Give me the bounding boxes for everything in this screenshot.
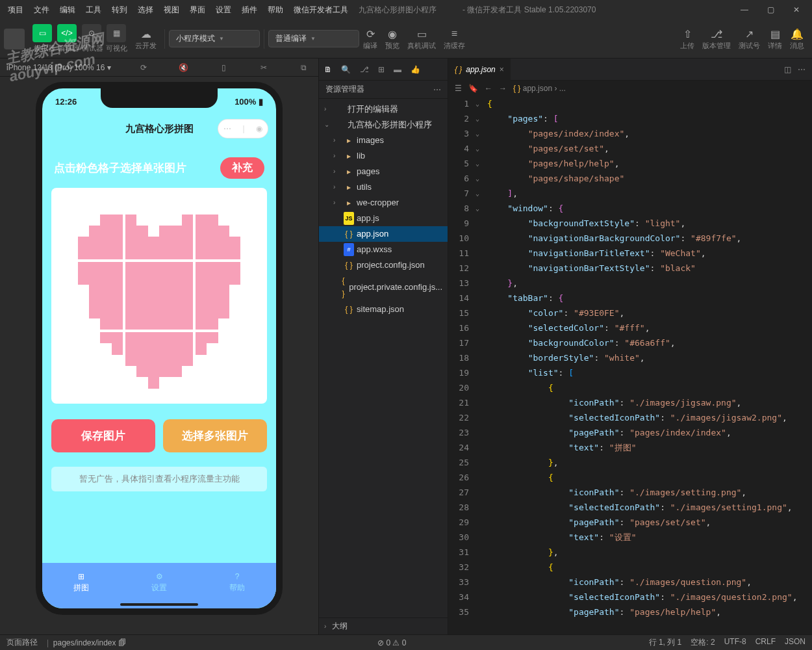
device-selector[interactable]: iPhone 12/13 (Pro) 100% 16 ▾	[6, 63, 111, 72]
menu-item[interactable]: 设置	[210, 0, 236, 20]
menu-item[interactable]: 项目	[3, 0, 29, 20]
menu-item[interactable]: 界面	[184, 0, 210, 20]
grid-cell[interactable]	[196, 262, 263, 330]
capsule-close-icon[interactable]: ◉	[256, 124, 262, 133]
grid-cell[interactable]	[55, 262, 123, 330]
window-close-icon[interactable]: ✕	[783, 0, 809, 20]
save-image-button[interactable]: 保存图片	[51, 419, 155, 452]
status-errors[interactable]: ⊘ 0 ⚠ 0	[135, 638, 649, 647]
grid-cell[interactable]	[55, 192, 123, 259]
tree-item[interactable]: { }project.config.json	[319, 257, 448, 273]
menu-item[interactable]: 微信开发者工具	[288, 0, 353, 20]
select-multi-button[interactable]: 选择多张图片	[163, 419, 267, 452]
menu-item[interactable]: 编辑	[55, 0, 81, 20]
explorer-tab-git-icon[interactable]: ⎇	[360, 65, 369, 74]
bc-forward-icon[interactable]: →	[499, 84, 507, 93]
tree-item[interactable]: #app.wxss	[319, 242, 448, 257]
window-maximize-icon[interactable]: ▢	[757, 0, 783, 20]
breadcrumb-file[interactable]: { } app.json › ...	[513, 84, 566, 93]
status-encoding[interactable]: UTF-8	[724, 637, 746, 648]
fill-button[interactable]: 补充	[220, 157, 264, 179]
preview-button[interactable]: ◉预览	[385, 27, 400, 51]
grid-cell[interactable]	[125, 192, 193, 259]
upload-button[interactable]: ⇧上传	[680, 27, 694, 51]
status-eol[interactable]: CRLF	[755, 637, 776, 648]
tree-item[interactable]: ›▸utils	[319, 179, 448, 195]
sim-popout-icon[interactable]: ⧉	[296, 63, 312, 72]
explorer-more-icon[interactable]: ⋯	[433, 85, 441, 94]
bc-bookmark-icon[interactable]: 🔖	[468, 84, 478, 93]
explorer-tab-files-icon[interactable]: 🗎	[324, 65, 332, 74]
menu-item[interactable]: 插件	[236, 0, 262, 20]
visual-toggle[interactable]: ▦	[107, 24, 126, 42]
details-button[interactable]: ▤详情	[768, 27, 782, 51]
editor-more-icon[interactable]: ⋯	[798, 65, 806, 74]
tree-item[interactable]: ›打开的编辑器	[319, 101, 448, 117]
toolbar: ▭ </> ⊙ ▦ 模拟器 编辑器 调试器 可视化 ☁ 云开发 小程序模式 普通…	[0, 20, 812, 58]
status-spaces[interactable]: 空格: 2	[691, 637, 715, 648]
tabbar-item-puzzle[interactable]: ⊞拼图	[42, 563, 120, 602]
clear-cache-button[interactable]: ≡清缓存	[444, 27, 465, 51]
menu-item[interactable]: 文件	[29, 0, 55, 20]
status-cursor[interactable]: 行 1, 列 1	[649, 637, 682, 648]
help-icon: ?	[235, 572, 240, 581]
tree-item[interactable]: ›▸images	[319, 133, 448, 148]
tree-item[interactable]: ⌄九宫格心形拼图小程序	[319, 117, 448, 133]
compile-mode-dropdown[interactable]: 普通编译	[268, 30, 359, 47]
split-editor-icon[interactable]: ◫	[784, 65, 791, 74]
page-path-label[interactable]: 页面路径	[6, 637, 38, 648]
avatar[interactable]	[4, 29, 25, 49]
page-path-value[interactable]: pages/index/index 🗐	[53, 638, 126, 647]
close-tab-icon[interactable]: ×	[500, 65, 504, 74]
tree-item[interactable]: { }app.json	[319, 226, 448, 242]
menu-bar: 项目文件编辑工具转到选择视图界面设置插件帮助微信开发者工具	[3, 0, 353, 20]
outline-section[interactable]: › 大纲	[319, 618, 448, 634]
grid-cell[interactable]	[196, 192, 263, 259]
editor-panel: { } app.json × ◫ ⋯ ☰ 🔖 ← → { } app.json …	[448, 58, 812, 634]
sim-mute-icon[interactable]: 🔇	[175, 63, 191, 72]
debugger-toggle[interactable]: ⊙	[82, 24, 101, 42]
menu-item[interactable]: 选择	[133, 0, 159, 20]
cloud-dev-button[interactable]: ☁ 云开发	[135, 27, 157, 51]
explorer-tab-ext-icon[interactable]: ⊞	[378, 65, 385, 74]
version-button[interactable]: ⎇版本管理	[702, 27, 731, 51]
compile-button[interactable]: ⟳编译	[363, 27, 377, 51]
message-button[interactable]: 🔔消息	[790, 27, 804, 51]
editor-tab-app-json[interactable]: { } app.json ×	[448, 58, 511, 81]
explorer-tab-search-icon[interactable]: 🔍	[341, 65, 351, 74]
explorer-tab-run-icon[interactable]: 👍	[411, 65, 420, 74]
code-editor[interactable]: 1234567891011121314151617181920212223242…	[448, 96, 812, 634]
grid-cell[interactable]	[125, 332, 193, 400]
grid-cell[interactable]	[196, 332, 263, 400]
tree-item[interactable]: JSapp.js	[319, 211, 448, 226]
nav-capsule[interactable]: ⋯ | ◉	[218, 119, 268, 138]
tabbar-item-help[interactable]: ?帮助	[198, 563, 276, 602]
window-minimize-icon[interactable]: —	[731, 0, 757, 20]
bc-back-icon[interactable]: ←	[485, 84, 492, 93]
status-lang[interactable]: JSON	[785, 637, 806, 648]
real-debug-button[interactable]: ▭真机调试	[407, 27, 436, 51]
sim-device-icon[interactable]: ▯	[216, 63, 231, 72]
tree-item[interactable]: ›▸we-cropper	[319, 195, 448, 211]
test-number-button[interactable]: ↗测试号	[739, 27, 760, 51]
menu-item[interactable]: 视图	[159, 0, 184, 20]
tree-item[interactable]: { }sitemap.json	[319, 302, 448, 317]
menu-item[interactable]: 工具	[81, 0, 107, 20]
sim-cut-icon[interactable]: ✂	[256, 63, 272, 72]
tree-item[interactable]: ›▸lib	[319, 148, 448, 164]
bc-collapse-icon[interactable]: ☰	[455, 84, 462, 93]
program-mode-dropdown[interactable]: 小程序模式	[169, 30, 260, 47]
tree-item[interactable]: { }project.private.config.js...	[319, 273, 448, 302]
menu-item[interactable]: 转到	[107, 0, 133, 20]
grid-cell[interactable]	[125, 262, 193, 330]
explorer-tab-db-icon[interactable]: ▬	[394, 65, 401, 74]
details-icon: ▤	[770, 27, 780, 41]
capsule-menu-icon[interactable]: ⋯	[223, 124, 231, 133]
tabbar-item-settings[interactable]: ⚙设置	[120, 563, 198, 602]
editor-toggle[interactable]: </>	[57, 24, 77, 42]
tree-item[interactable]: ›▸pages	[319, 164, 448, 179]
menu-item[interactable]: 帮助	[262, 0, 288, 20]
sim-refresh-icon[interactable]: ⟳	[136, 63, 151, 72]
grid-cell[interactable]	[55, 332, 123, 400]
simulator-toggle[interactable]: ▭	[32, 24, 52, 42]
